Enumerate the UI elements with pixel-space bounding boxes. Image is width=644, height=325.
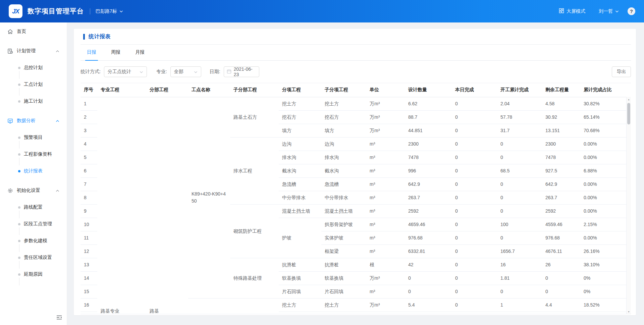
tab-月报[interactable]: 月报 (133, 45, 146, 61)
table-cell: 15 (80, 285, 97, 298)
bullet-icon (18, 257, 20, 259)
table-cell: 100 (497, 218, 542, 231)
table-cell: 0 (497, 137, 542, 151)
table-cell: 0 (452, 271, 497, 285)
table-cell: 9 (80, 204, 97, 218)
export-button[interactable]: 导出 (612, 66, 631, 77)
table-cell: 0 (497, 151, 542, 164)
table-cell: 填方 (321, 124, 366, 137)
sidebar-subitem[interactable]: 工程影像资料 (0, 146, 67, 163)
sidebar-subitem[interactable]: 总控计划 (0, 59, 67, 76)
column-header: 开工累计完成 (497, 83, 542, 97)
column-header: 子分项工程 (321, 83, 366, 97)
table-cell: 7 (80, 177, 97, 191)
table-cell (321, 312, 366, 314)
chevron-down-icon (140, 69, 143, 74)
date-picker[interactable]: 2021-06-23 (224, 66, 259, 77)
column-header: 工点名称 (188, 83, 230, 97)
help-button[interactable]: ? (628, 7, 635, 15)
table-cell: 4.58 (542, 97, 580, 110)
column-header: 设计数量 (405, 83, 452, 97)
sidebar-subitem[interactable]: 预警项目 (0, 129, 67, 146)
report-panel: 统计报表 日报周报月报 统计方式: 分工点统计 专业: 全部 (74, 29, 636, 315)
table-cell: 万m³ (366, 110, 405, 124)
scroll-up-arrow-icon[interactable]: ▲ (627, 97, 631, 102)
table-cell: 8 (80, 191, 97, 204)
table-cell: 0 (542, 285, 580, 298)
table-cell (230, 298, 279, 314)
table-cell: 0 (452, 97, 497, 110)
table-cell: 642.9 (542, 177, 580, 191)
app-header: JX 数字项目管理平台 巴彭路7标 大屏模式 刘一哲 ? (0, 0, 644, 22)
table-cell: 996 (405, 164, 452, 177)
table-cell: m³ (366, 285, 405, 298)
table-cell: 57.78 (497, 110, 542, 124)
sidebar-subitem[interactable]: 责任区域设置 (0, 249, 67, 266)
column-header: 分项工程 (279, 83, 321, 97)
bullet-icon (18, 100, 20, 103)
table-cell: 0% (580, 271, 631, 285)
sidebar-item-plan[interactable]: 计划管理 (0, 43, 67, 59)
sidebar-subitem[interactable]: 统计报表 (0, 163, 67, 179)
sidebar-subitem-label: 统计报表 (24, 168, 43, 174)
sidebar-item-label: 首页 (17, 29, 26, 35)
table-cell (580, 312, 631, 314)
sidebar-subitem[interactable]: 延期原因 (0, 266, 67, 283)
sidebar-item-init[interactable]: 初始化设置 (0, 182, 67, 199)
sidebar-subitem-label: 总控计划 (24, 65, 43, 71)
analysis-icon (7, 118, 13, 124)
bullet-icon (18, 67, 20, 69)
table-cell: 0 (452, 164, 497, 177)
tab-日报[interactable]: 日报 (85, 45, 98, 61)
table-cell: 挖土方 (321, 97, 366, 110)
table-cell: 263.7 (405, 191, 452, 204)
sidebar-subitem[interactable]: 路线配置 (0, 199, 67, 216)
table-cell: 万m³ (366, 124, 405, 137)
table-cell (452, 312, 497, 314)
table-cell: 0 (452, 124, 497, 137)
table-cell: m³ (366, 218, 405, 231)
table-cell: 26 (542, 258, 580, 271)
table-cell: 万m³ (366, 97, 405, 110)
report-table: 序号专业工程分部工程工点名称子分部工程分项工程子分项工程单位设计数量本日完成开工… (80, 83, 631, 314)
tab-周报[interactable]: 周报 (109, 45, 122, 61)
chevron-down-icon (119, 10, 123, 13)
table-cell: 实体护坡 (321, 231, 366, 245)
report-table-body: 1路基专业路基K89+420-K90+450路基土石方挖土方挖土方万m³6.62… (80, 97, 631, 314)
chevron-down-icon (615, 10, 619, 13)
table-cell: 0.00% (580, 191, 631, 204)
scrollbar-thumb[interactable] (627, 103, 630, 124)
sidebar-item-analysis[interactable]: 数据分析 (0, 112, 67, 129)
sidebar-subitem[interactable]: 参数化建模 (0, 232, 67, 249)
report-tabs: 日报周报月报 (80, 45, 631, 61)
table-cell: 11 (80, 231, 97, 245)
table-cell: 0 (497, 231, 542, 245)
column-header: 单位 (366, 83, 405, 97)
sidebar-item-home[interactable]: 首页 (0, 23, 67, 40)
stat-method-select[interactable]: 分工点统计 (104, 66, 147, 77)
sidebar-item-label: 初始化设置 (17, 187, 40, 194)
sidebar-subitem[interactable]: 施工计划 (0, 93, 67, 110)
panel-title-row: 统计报表 (80, 33, 631, 40)
filter-bar: 统计方式: 分工点统计 专业: 全部 日期: (80, 66, 631, 77)
major-select[interactable]: 全部 (170, 66, 201, 77)
sidebar-collapse-button[interactable] (56, 315, 62, 321)
table-cell (366, 312, 405, 314)
project-selector[interactable]: 巴彭路7标 (96, 8, 123, 14)
user-menu[interactable]: 刘一哲 (599, 8, 619, 14)
scroll-down-arrow-icon[interactable]: ▼ (627, 309, 631, 314)
sidebar-subitem-label: 施工计划 (24, 98, 43, 104)
table-cell: 急流槽 (321, 177, 366, 191)
table-cell: 挖土方 (321, 298, 366, 312)
table-cell: 2300 (405, 137, 452, 151)
table-cell: 0.00% (580, 177, 631, 191)
big-screen-mode-button[interactable]: 大屏模式 (559, 8, 585, 14)
table-cell: 0 (452, 298, 497, 312)
sidebar-subitem[interactable]: 工点计划 (0, 76, 67, 93)
table-cell: m³ (366, 164, 405, 177)
table-cell: 38.10% (580, 258, 631, 271)
column-header: 累计完成占比 (580, 83, 631, 97)
table-cell: 0% (580, 285, 631, 298)
table-cell: 0.00% (580, 151, 631, 164)
sidebar-subitem[interactable]: 区段工点管理 (0, 216, 67, 232)
